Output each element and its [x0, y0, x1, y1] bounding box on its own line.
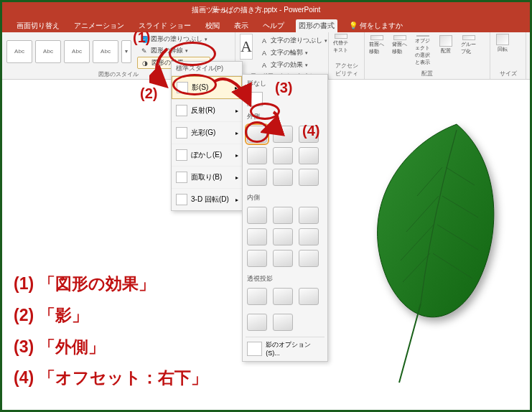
tab-view[interactable]: 表示	[231, 19, 251, 32]
text-a-icon: A	[260, 37, 269, 45]
shadow-options-item[interactable]: 影のオプション(S)...	[246, 337, 325, 358]
rotate-icon	[496, 34, 509, 45]
legend-line-2: (2) 「影」	[14, 300, 207, 332]
shape-style-preset[interactable]: Abc	[93, 40, 118, 63]
text-fill-button[interactable]: A 文字の塗りつぶし▾	[257, 35, 330, 46]
wordart-preset[interactable]: A	[240, 34, 253, 60]
ribbon: Abc Abc Abc Abc ▾ 🪣 図形の塗りつぶし ▾ ✎ 図形の枠線 ▾…	[2, 32, 530, 80]
shadow-options-icon	[247, 342, 262, 356]
pen-icon: ✎	[140, 47, 149, 55]
leaf-shape[interactable]	[349, 117, 514, 390]
bring-forward-button[interactable]: 前面へ移動	[369, 35, 385, 55]
chevron-right-icon: ▸	[235, 130, 238, 136]
annotation-label-4: (4)	[302, 123, 319, 139]
text-a-outline-icon: A	[260, 49, 269, 57]
shadow-outer-swatch[interactable]	[247, 147, 267, 164]
selection-pane-button[interactable]: オブジェクトの選択と表示	[415, 35, 431, 55]
rotate-label: 回転	[498, 46, 508, 53]
menu-item-bevel[interactable]: 面取り(B) ▸	[172, 166, 242, 188]
text-outline-button[interactable]: A 文字の輪郭▾	[257, 47, 330, 58]
group-label-accessibility: アクセシビリティ	[333, 60, 360, 78]
tab-animation[interactable]: アニメーション	[71, 19, 127, 32]
legend-line-1: (1) 「図形の効果」	[14, 268, 207, 300]
tab-tellme-label: 何をしますか	[360, 22, 403, 29]
align-label: 配置	[441, 47, 451, 55]
shadow-inner-swatch[interactable]	[273, 228, 293, 245]
shadow-outer-swatch[interactable]	[273, 169, 293, 186]
shadow-options-label: 影のオプション(S)...	[266, 340, 323, 357]
bevel-thumb-icon	[176, 172, 187, 183]
shape-style-preset[interactable]: Abc	[6, 40, 32, 63]
annotation-label-3: (3)	[275, 80, 292, 96]
menu-item-soft-edges[interactable]: ぼかし(E) ▸	[172, 144, 242, 166]
shadow-inner-label: 内側	[246, 192, 325, 204]
tab-tellme[interactable]: 💡 何をしますか	[346, 19, 406, 32]
shadow-perspective-label: 透視投影	[246, 273, 325, 285]
shadow-inner-swatch[interactable]	[299, 250, 319, 267]
menu-item-glow[interactable]: 光彩(G) ▸	[172, 121, 242, 144]
annotation-label-2: (2)	[140, 85, 157, 102]
shadow-outer-swatch[interactable]	[247, 169, 267, 186]
group-label-size: サイズ	[495, 68, 521, 78]
tab-review[interactable]: 校閲	[202, 19, 223, 32]
annotation-circle-1	[169, 42, 216, 66]
text-a-effects-icon: A	[260, 61, 269, 70]
effects-icon: ◑	[141, 59, 149, 67]
group-label: グループ化	[461, 41, 477, 55]
shadow-perspective-swatch[interactable]	[273, 288, 293, 305]
shadow-outer-swatch[interactable]	[299, 169, 319, 186]
shape-style-gallery-more[interactable]: ▾	[121, 40, 131, 63]
chevron-right-icon: ▸	[235, 108, 238, 114]
softedge-thumb-icon	[176, 149, 187, 161]
group-icon	[462, 35, 475, 40]
annotation-circle-2	[172, 74, 217, 95]
lightbulb-icon: 💡	[349, 22, 358, 29]
chevron-right-icon: ▸	[235, 152, 238, 159]
menu-item-softedge-label: ぼかし(E)	[191, 150, 222, 160]
selection-pane-icon	[416, 35, 429, 37]
align-button[interactable]: 配置	[438, 35, 454, 55]
shadow-inner-swatch[interactable]	[273, 250, 293, 267]
shadow-inner-swatch[interactable]	[247, 207, 267, 224]
chevron-right-icon: ▸	[235, 174, 238, 181]
selection-pane-label: オブジェクトの選択と表示	[415, 37, 431, 66]
annotation-label-1: (1)	[133, 29, 150, 46]
drawing-tools-label: 描画ツール	[186, 4, 233, 17]
shadow-inner-swatch[interactable]	[247, 228, 267, 245]
group-arrange: 前面へ移動 背面へ移動 オブジェクトの選択と表示 配置 グループ化 配置	[365, 32, 490, 79]
shadow-perspective-swatch[interactable]	[273, 314, 293, 331]
annotation-legend: (1) 「図形の効果」 (2) 「影」 (3) 「外側」 (4) 「オフセット：…	[14, 268, 207, 394]
shadow-inner-swatch[interactable]	[299, 207, 319, 224]
menu-item-3d-rotation[interactable]: 3-D 回転(D) ▸	[172, 188, 242, 210]
rotate-button[interactable]: 回転	[495, 34, 510, 54]
menu-item-reflection-label: 反射(R)	[191, 106, 215, 116]
alt-text-icon	[335, 34, 347, 39]
menu-item-bevel-label: 面取り(B)	[191, 172, 222, 182]
shadow-inner-swatch[interactable]	[273, 207, 293, 224]
shadow-inner-swatch[interactable]	[299, 228, 319, 245]
shadow-perspective-swatch[interactable]	[299, 288, 319, 305]
window-titlebar: 描画ツール 葉っぱの描き方.pptx - PowerPoint	[2, 2, 530, 18]
menu-item-3drotation-label: 3-D 回転(D)	[191, 195, 229, 205]
text-outline-label: 文字の輪郭	[271, 48, 303, 57]
bring-forward-icon	[370, 35, 383, 40]
shadow-outer-swatch[interactable]	[299, 147, 319, 164]
shape-style-preset[interactable]: Abc	[35, 40, 61, 63]
send-backward-button[interactable]: 背面へ移動	[392, 35, 408, 55]
ribbon-tabs: 画面切り替え アニメーション スライド ショー 校閲 表示 ヘルプ 図形の書式 …	[2, 18, 530, 32]
tab-format[interactable]: 図形の書式	[296, 19, 337, 32]
group-accessibility: 代替テキスト アクセシビリティ	[329, 32, 365, 79]
alt-text-button[interactable]: 代替テキスト	[333, 34, 349, 54]
tab-help[interactable]: ヘルプ	[260, 19, 287, 32]
shadow-perspective-swatch[interactable]	[247, 314, 267, 331]
shadow-outer-swatch[interactable]	[273, 147, 293, 164]
shape-style-preset[interactable]: Abc	[64, 40, 90, 63]
shadow-perspective-swatch[interactable]	[247, 288, 267, 305]
glow-thumb-icon	[176, 127, 187, 139]
group-button[interactable]: グループ化	[461, 35, 477, 55]
shadow-inner-swatch[interactable]	[247, 250, 267, 267]
text-effects-button[interactable]: A 文字の効果▾	[257, 60, 330, 70]
legend-line-3: (3) 「外側」	[14, 332, 207, 363]
reflection-thumb-icon	[176, 105, 187, 116]
tab-transition[interactable]: 画面切り替え	[14, 19, 62, 32]
